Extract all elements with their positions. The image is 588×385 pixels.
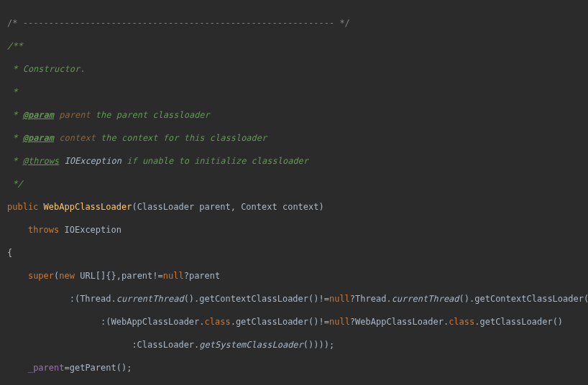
code-line: /* -------------------------------------… <box>7 17 581 29</box>
code-line: :(WebAppClassLoader.class.getClassLoader… <box>7 316 581 328</box>
code-line: public WebAppClassLoader(ClassLoader par… <box>7 201 581 213</box>
code-line: * @throws IOException if unable to initi… <box>7 155 581 167</box>
code-line: * @param context the context for this cl… <box>7 132 581 144</box>
code-line: /** <box>7 40 581 52</box>
code-line: :(Thread.currentThread().getContextClass… <box>7 293 581 305</box>
code-line: * <box>7 86 581 98</box>
code-line: super(new URL[]{},parent!=null?parent <box>7 270 581 282</box>
code-line: */ <box>7 178 581 190</box>
code-line: { <box>7 247 581 259</box>
code-line: :ClassLoader.getSystemClassLoader()))); <box>7 339 581 351</box>
code-editor-viewport[interactable]: /* -------------------------------------… <box>7 6 581 385</box>
code-line: throws IOException <box>7 224 581 236</box>
code-line: _parent=getParent(); <box>7 362 581 374</box>
code-line: * @param parent the parent classloader <box>7 109 581 121</box>
code-line: * Constructor. <box>7 63 581 75</box>
